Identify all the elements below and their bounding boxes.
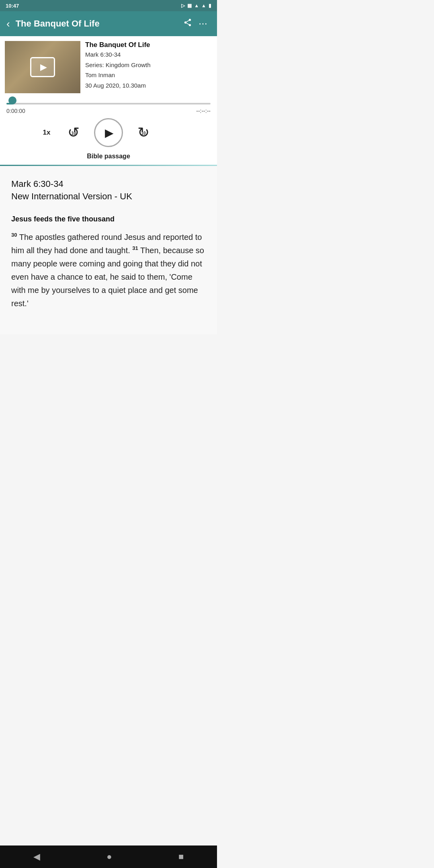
- time-row: 0:00:00 --:--:--: [6, 108, 211, 114]
- verse-30-num: 30: [11, 232, 17, 238]
- rewind-button[interactable]: ↺ 10: [64, 123, 83, 142]
- share-button[interactable]: [180, 16, 195, 31]
- battery-icon: ▮: [209, 3, 211, 8]
- video-play-overlay[interactable]: [30, 57, 55, 77]
- sermon-speaker: Tom Inman: [85, 71, 212, 80]
- bible-section: Mark 6:30-34 New International Version -…: [0, 166, 217, 334]
- sermon-date: 30 Aug 2020, 10.30am: [85, 81, 212, 90]
- rewind-label: 10: [71, 131, 76, 135]
- play-button[interactable]: ▶: [94, 118, 123, 147]
- wifi-icon: ▲: [194, 3, 199, 8]
- sermon-series: Series: Kingdom Growth: [85, 61, 212, 70]
- status-bar: 10:47 ▷ ▦ ▲ ▲ ▮: [0, 0, 217, 11]
- signal-icon: ▲: [201, 3, 206, 8]
- app-bar: ‹ The Banquet Of Life ⋯: [0, 11, 217, 36]
- progress-track[interactable]: [6, 103, 211, 104]
- controls-row: 1x ↺ 10 ▶ ↻ 10: [6, 118, 211, 153]
- player-section: 0:00:00 --:--:-- 1x ↺ 10 ▶ ↻ 10 Bible pa…: [0, 98, 217, 165]
- play-status-icon: ▷: [181, 3, 185, 8]
- more-button[interactable]: ⋯: [195, 17, 211, 31]
- bible-reference: Mark 6:30-34 New International Version -…: [11, 178, 206, 203]
- status-icons: ▷ ▦ ▲ ▲ ▮: [181, 3, 211, 8]
- play-icon: ▶: [105, 126, 114, 139]
- verse-31-text: Then, because so many people were coming…: [11, 246, 204, 308]
- sermon-title: The Banquet Of Life: [85, 41, 212, 49]
- status-time: 10:47: [6, 3, 19, 9]
- sermon-passage: Mark 6:30-34: [85, 50, 212, 59]
- forward-button[interactable]: ↻ 10: [134, 123, 153, 142]
- video-thumbnail[interactable]: [5, 41, 80, 93]
- current-time: 0:00:00: [6, 108, 25, 114]
- bible-version: New International Version - UK: [11, 191, 132, 201]
- back-button[interactable]: ‹: [6, 18, 10, 29]
- progress-thumb[interactable]: [8, 96, 16, 104]
- passage-heading: Jesus feeds the five thousand: [11, 215, 206, 223]
- speed-button[interactable]: 1x: [40, 129, 53, 137]
- media-info: The Banquet Of Life Mark 6:30-34 Series:…: [85, 41, 212, 93]
- bible-ref-text: Mark 6:30-34: [11, 179, 63, 189]
- share-icon: [183, 18, 192, 27]
- sim-status-icon: ▦: [187, 3, 192, 8]
- total-time: --:--:--: [196, 108, 211, 114]
- passage-text: 30 The apostles gathered round Jesus and…: [11, 231, 206, 310]
- verse-31-num: 31: [132, 245, 138, 251]
- progress-bar-container[interactable]: [6, 103, 211, 104]
- forward-label: 10: [141, 131, 145, 135]
- page-title: The Banquet Of Life: [16, 18, 180, 29]
- bible-passage-label: Bible passage: [6, 153, 211, 165]
- media-card: The Banquet Of Life Mark 6:30-34 Series:…: [0, 36, 217, 98]
